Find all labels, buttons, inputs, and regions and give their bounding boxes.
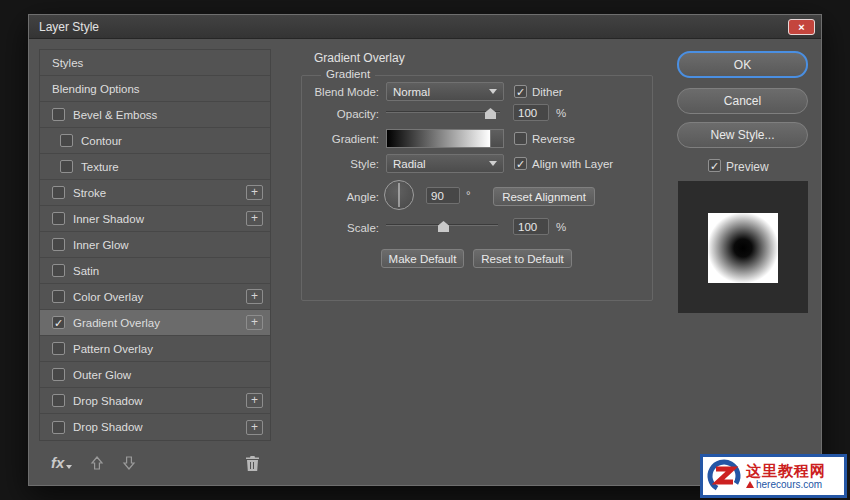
sidebar-item-label: Drop Shadow (73, 395, 143, 407)
add-effect-button[interactable]: + (246, 289, 263, 304)
add-effect-button[interactable]: + (246, 211, 263, 226)
style-select[interactable]: Radial (386, 154, 504, 173)
scale-label: Scale: (284, 222, 379, 234)
checkbox[interactable] (60, 134, 73, 147)
sidebar-item-label: Outer Glow (73, 369, 131, 381)
sidebar-item-label: Blending Options (52, 83, 140, 95)
styles-list: Styles Blending Options Bevel & Emboss C… (39, 49, 271, 441)
sidebar-item-label: Drop Shadow (73, 421, 143, 433)
sidebar-footer: fx (39, 448, 271, 478)
checkbox[interactable] (52, 368, 65, 381)
sidebar-item-label: Styles (52, 57, 83, 69)
ok-button[interactable]: OK (677, 51, 808, 78)
gradient-group-legend: Gradient (321, 68, 375, 80)
sidebar-item-bevel-emboss[interactable]: Bevel & Emboss (40, 102, 270, 128)
opacity-unit: % (556, 107, 566, 119)
sidebar-item-satin[interactable]: Satin (40, 258, 270, 284)
fx-menu-button[interactable]: fx (51, 456, 72, 470)
style-label: Style: (284, 158, 379, 170)
add-effect-button[interactable]: + (246, 315, 263, 330)
checkbox[interactable] (52, 342, 65, 355)
checkbox[interactable] (52, 421, 65, 434)
reset-to-default-button[interactable]: Reset to Default (473, 249, 572, 268)
radial-gradient-preview (708, 213, 778, 283)
add-effect-button[interactable]: + (246, 393, 263, 408)
checkbox[interactable] (60, 160, 73, 173)
dither-label: Dither (532, 86, 563, 98)
layer-style-dialog: Layer Style × Styles Blending Options Be… (28, 14, 822, 486)
sidebar-item-label: Bevel & Emboss (73, 109, 157, 121)
opacity-input[interactable] (513, 104, 549, 121)
sidebar-item-drop-shadow-2[interactable]: Drop Shadow + (40, 414, 270, 440)
watermark-bullet-icon (746, 481, 754, 488)
opacity-slider-track[interactable] (386, 111, 500, 113)
scale-unit: % (556, 221, 566, 233)
sidebar-item-outer-glow[interactable]: Outer Glow (40, 362, 270, 388)
gradient-picker-button[interactable] (490, 129, 504, 148)
add-effect-button[interactable]: + (246, 420, 263, 435)
watermark-text: 这里教程网 herecours.com (746, 462, 826, 491)
checkbox[interactable] (52, 212, 65, 225)
trash-icon (246, 456, 259, 471)
sidebar-item-label: Contour (81, 135, 122, 147)
align-with-layer-label: Align with Layer (532, 158, 613, 170)
sidebar-item-color-overlay[interactable]: Color Overlay + (40, 284, 270, 310)
checkbox-checked[interactable]: ✓ (52, 316, 65, 329)
checkbox[interactable] (52, 108, 65, 121)
reverse-checkbox[interactable] (514, 132, 527, 145)
watermark-logo-icon (706, 458, 742, 494)
opacity-slider-thumb[interactable] (485, 108, 496, 119)
sidebar-item-label: Gradient Overlay (73, 317, 160, 329)
sidebar-item-label: Stroke (73, 187, 106, 199)
sidebar-item-label: Texture (81, 161, 119, 173)
checkbox[interactable] (52, 290, 65, 303)
angle-input[interactable] (426, 187, 460, 204)
opacity-slider[interactable] (386, 106, 500, 119)
sidebar-item-styles[interactable]: Styles (40, 50, 270, 76)
dialog-titlebar[interactable]: Layer Style × (29, 15, 821, 39)
align-with-layer-checkbox[interactable]: ✓ (514, 157, 527, 170)
arrow-up-icon (90, 456, 104, 470)
cancel-button[interactable]: Cancel (677, 88, 808, 114)
sidebar-item-texture[interactable]: Texture (40, 154, 270, 180)
gradient-swatch[interactable] (386, 129, 490, 148)
move-effect-down-button[interactable] (122, 456, 136, 470)
sidebar-item-pattern-overlay[interactable]: Pattern Overlay (40, 336, 270, 362)
dither-checkbox[interactable]: ✓ (514, 85, 527, 98)
opacity-label: Opacity: (284, 108, 379, 120)
watermark-title: 这里教程网 (746, 462, 826, 479)
blend-mode-select[interactable]: Normal (386, 82, 504, 101)
sidebar-item-label: Pattern Overlay (73, 343, 153, 355)
sidebar-item-gradient-overlay[interactable]: ✓ Gradient Overlay + (40, 310, 270, 336)
preview-checkbox[interactable]: ✓ (708, 159, 721, 172)
sidebar-item-drop-shadow-1[interactable]: Drop Shadow + (40, 388, 270, 414)
new-style-button[interactable]: New Style... (677, 122, 808, 148)
reverse-label: Reverse (532, 133, 575, 145)
fx-icon: fx (51, 456, 64, 470)
scale-slider-thumb[interactable] (438, 221, 449, 232)
checkbox[interactable] (52, 394, 65, 407)
delete-effect-button[interactable] (246, 456, 259, 471)
make-default-button[interactable]: Make Default (381, 249, 464, 268)
sidebar-item-inner-shadow[interactable]: Inner Shadow + (40, 206, 270, 232)
angle-needle (399, 183, 400, 207)
close-icon[interactable]: × (788, 19, 815, 35)
sidebar-item-contour[interactable]: Contour (40, 128, 270, 154)
angle-label: Angle: (284, 191, 379, 203)
watermark: 这里教程网 herecours.com (700, 454, 847, 498)
chevron-down-icon (489, 89, 497, 94)
scale-slider[interactable] (386, 219, 498, 232)
sidebar-item-label: Satin (73, 265, 99, 277)
sidebar-item-inner-glow[interactable]: Inner Glow (40, 232, 270, 258)
sidebar-item-blending-options[interactable]: Blending Options (40, 76, 270, 102)
checkbox[interactable] (52, 238, 65, 251)
scale-input[interactable] (513, 218, 549, 235)
checkbox[interactable] (52, 186, 65, 199)
move-effect-up-button[interactable] (90, 456, 104, 470)
angle-dial[interactable] (384, 180, 414, 210)
checkbox[interactable] (52, 264, 65, 277)
add-effect-button[interactable]: + (246, 185, 263, 200)
sidebar-item-stroke[interactable]: Stroke + (40, 180, 270, 206)
reset-alignment-button[interactable]: Reset Alignment (493, 187, 595, 206)
style-value: Radial (393, 158, 426, 170)
